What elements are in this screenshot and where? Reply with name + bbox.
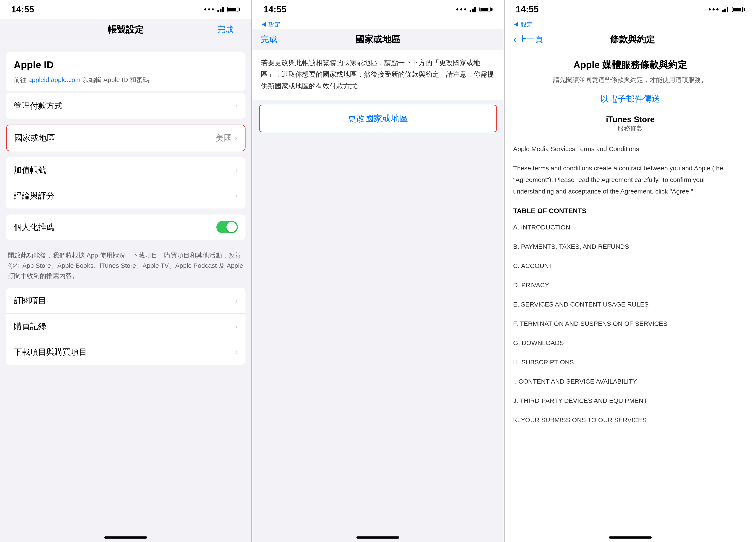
country-region-highlighted[interactable]: 國家或地區 美國 › (6, 125, 246, 151)
reviews-item[interactable]: 評論與評分 › (6, 183, 246, 209)
home-indicator-3 (504, 529, 756, 542)
home-indicator-bar-2 (356, 536, 399, 539)
done-button[interactable]: 完成 (217, 24, 243, 35)
nav-bar: 帳號設定 完成 (0, 19, 252, 40)
appleid-link[interactable]: appleid.apple.com (28, 76, 81, 83)
terms-body-2: These terms and conditions create a cont… (513, 163, 747, 197)
toc-item-10: K. YOUR SUBMISSIONS TO OUR SERVICES (513, 414, 747, 426)
toc-item-6: G. DOWNLOADS (513, 337, 747, 349)
apple-id-title: Apple ID (14, 59, 238, 71)
status-bar-2: 14:55 (252, 0, 504, 19)
description-text: 若要更改與此帳號相關聯的國家或地區，請點一下下方的「更改國家或地區」，選取你想要… (252, 50, 504, 100)
status-bar-3: 14:55 (504, 0, 756, 19)
terms-title: Apple 媒體服務條款與約定 (513, 59, 747, 71)
signal-dots-3 (709, 8, 719, 10)
personalize-toggle[interactable] (216, 221, 238, 233)
downloads-item[interactable]: 下載項目與購買項目 › (6, 339, 246, 365)
bonus-account-label: 加值帳號 (14, 165, 46, 176)
signal-dots (204, 8, 214, 10)
change-region-button[interactable]: 更改國家或地區 (259, 105, 497, 132)
manage-payment-chevron: › (235, 102, 238, 111)
status-bar: 14:55 (0, 0, 252, 19)
downloads-label: 下載項目與購買項目 (14, 346, 87, 357)
wifi-icon-2 (470, 6, 476, 12)
battery-icon-3 (732, 7, 745, 12)
wifi-icon (217, 6, 224, 12)
toc-item-7: H. SUBSCRIPTIONS (513, 356, 747, 368)
country-region-chevron: › (235, 134, 237, 143)
toc-item-9: J. THIRD-PARTY DEVICES AND EQUIPMENT (513, 395, 747, 406)
nav-bar-3: 上一頁 條款與約定 (504, 29, 756, 50)
terms-body: Apple Media Services Terms and Condition… (513, 143, 747, 426)
manage-payment-item[interactable]: 管理付款方式 › (6, 93, 246, 119)
country-region-right: 美國 › (216, 133, 237, 144)
personalize-section: 個人化推薦 (6, 215, 246, 240)
back-nav-3: ◀ 設定 (504, 19, 756, 29)
signal-dots-2 (456, 8, 466, 10)
home-indicator (0, 529, 252, 542)
status-time-2: 14:55 (263, 4, 286, 15)
reviews-label: 評論與評分 (14, 190, 54, 201)
purchase-history-chevron: › (235, 322, 238, 331)
home-indicator-bar-3 (609, 536, 652, 539)
bonus-account-item[interactable]: 加值帳號 › (6, 157, 246, 183)
back-label-3[interactable]: ◀ 設定 (513, 21, 533, 28)
page-title-3: 條款與約定 (543, 33, 722, 45)
personalize-description: 開啟此功能後，我們將根據 App 使用狀況、下載項目、購買項目和其他活動，改善你… (0, 246, 252, 288)
terms-subtitle: 請先閱讀並同意這些條款與約定，才能使用這項服務。 (513, 76, 747, 84)
screen2-content: 若要更改與此帳號相關聯的國家或地區，請點一下下方的「更改國家或地區」，選取你想要… (252, 50, 504, 529)
dot3 (212, 8, 214, 10)
back-nav-2: ◀ 設定 (252, 19, 504, 29)
terms-body-1: Apple Media Services Terms and Condition… (513, 143, 747, 155)
screen-account-settings: 14:55 帳號設定 完成 Apple ID 前往 app (0, 0, 252, 542)
country-region-label: 國家或地區 (14, 133, 55, 144)
toc-item-4: E. SERVICES AND CONTENT USAGE RULES (513, 298, 747, 310)
toc-item-1: B. PAYMENTS, TAXES, AND REFUNDS (513, 241, 747, 253)
back-label-2[interactable]: ◀ 設定 (261, 21, 281, 28)
page-title: 帳號設定 (34, 24, 217, 36)
status-icons (204, 6, 240, 12)
subscriptions-label: 訂閱項目 (14, 295, 46, 306)
toc-header: TABLE OF CONTENTS (513, 205, 747, 217)
other-menu-section: 加值帳號 › 評論與評分 › (6, 157, 246, 209)
status-time: 14:55 (11, 4, 34, 15)
country-region-item[interactable]: 國家或地區 美國 › (7, 125, 245, 151)
home-indicator-bar (104, 536, 147, 539)
payment-section: 管理付款方式 › (6, 93, 246, 119)
personalize-label: 個人化推薦 (14, 222, 54, 233)
toc-item-5: F. TERMINATION AND SUSPENSION OF SERVICE… (513, 318, 747, 329)
status-icons-3 (709, 6, 745, 12)
terms-email-link[interactable]: 以電子郵件傳送 (513, 93, 747, 105)
itunes-store-sub: 服務條款 (513, 124, 747, 133)
done-button-2[interactable]: 完成 (261, 34, 287, 45)
nav-bar-2: 完成 國家或地區 (252, 29, 504, 50)
battery-icon (227, 7, 240, 12)
subtitle-prefix: 前往 (14, 76, 28, 83)
bottom-menu-section: 訂閱項目 › 購買記錄 › 下載項目與購買項目 › (6, 288, 246, 365)
status-time-3: 14:55 (516, 4, 539, 15)
scroll-content: Apple ID 前往 appleid.apple.com 以編輯 Apple … (0, 40, 252, 529)
page-title-2: 國家或地區 (287, 33, 470, 45)
status-icons-2 (456, 6, 493, 12)
back-button-3[interactable]: 上一頁 (513, 34, 543, 45)
itunes-store-title: iTunes Store (513, 115, 747, 124)
dot1 (204, 8, 206, 10)
toc-item-3: D. PRIVACY (513, 279, 747, 291)
apple-id-section: Apple ID 前往 appleid.apple.com 以編輯 Apple … (6, 52, 246, 91)
subscriptions-chevron: › (235, 296, 238, 305)
toc-item-2: C. ACCOUNT (513, 260, 747, 271)
bonus-account-chevron: › (235, 166, 238, 175)
purchase-history-item[interactable]: 購買記錄 › (6, 313, 246, 339)
downloads-chevron: › (235, 348, 238, 357)
toc-item-8: I. CONTENT AND SERVICE AVAILABILITY (513, 376, 747, 387)
manage-payment-label: 管理付款方式 (14, 100, 63, 111)
toc-item-0: A. INTRODUCTION (513, 222, 747, 233)
screen-country-region: 14:55 ◀ 設定 完成 國家或地區 若要更改與此帳號相關聯的國家或地區，請點… (252, 0, 504, 542)
subtitle-suffix: 以編輯 Apple ID 和密碼 (81, 76, 149, 83)
personalize-header: 個人化推薦 (6, 215, 246, 240)
change-region-label: 更改國家或地區 (348, 114, 408, 123)
purchase-history-label: 購買記錄 (14, 321, 46, 332)
reviews-chevron: › (235, 191, 238, 200)
subscriptions-item[interactable]: 訂閱項目 › (6, 288, 246, 313)
home-indicator-2 (252, 529, 504, 542)
